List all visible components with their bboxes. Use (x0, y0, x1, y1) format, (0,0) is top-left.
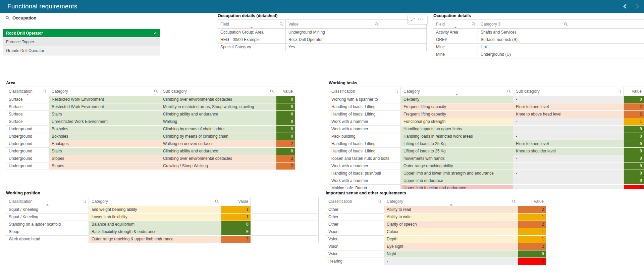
search-icon[interactable] (270, 89, 274, 93)
cell-classification[interactable]: Making safe: Baring (329, 185, 401, 189)
cell-classification[interactable]: Pack building (329, 133, 401, 140)
cell-sub-category[interactable]: Walking on uneven surfaces (160, 140, 276, 148)
cell-classification[interactable]: Work with a hammer (329, 118, 401, 126)
cell-category[interactable]: Balance and equilibrium (89, 221, 221, 228)
cell-sub-category[interactable]: - (513, 177, 624, 185)
cell-classification[interactable]: Handling of loads: push/pull (329, 170, 401, 177)
cell-value[interactable]: Yes (286, 44, 381, 51)
cell-category[interactable]: Haulages (49, 140, 160, 148)
cell-classification[interactable]: Vsion (326, 250, 384, 258)
cell-category[interactable]: Stopes (49, 162, 160, 170)
cell-classification[interactable]: Other (326, 206, 384, 214)
column-header-category[interactable]: Category (384, 197, 518, 206)
search-icon[interactable] (564, 22, 568, 26)
next-sheet-icon[interactable] (636, 4, 639, 9)
cell-sub-category[interactable]: Climbing ability and endurance (160, 148, 276, 155)
cell-classification[interactable]: Underground (6, 155, 49, 162)
cell-classification[interactable]: Work with a hammer (329, 177, 401, 185)
search-icon[interactable] (618, 89, 622, 93)
cell-category[interactable]: Lifitng of loads to 25 Kg (401, 148, 513, 155)
column-header-value[interactable]: Value (286, 20, 381, 29)
cell-sub-category[interactable]: Climbing by means of chain ladder (160, 126, 276, 133)
column-header-value[interactable]: Value (221, 197, 251, 206)
cell-category[interactable]: Handling impacts on upper limbs (401, 126, 513, 133)
cell-classification[interactable]: Underground (6, 140, 49, 148)
cell-sub-category[interactable]: - (513, 133, 624, 140)
cell-classification[interactable]: Squat / Kneeling (6, 214, 89, 221)
cell-category[interactable]: Stopes (49, 155, 160, 162)
cell-field[interactable]: Activity Area (433, 29, 478, 36)
cell-sub-category[interactable]: - (513, 155, 624, 162)
occupation-option-granite-drill-operator[interactable]: Granite Drill Operator (3, 46, 160, 55)
column-header-value[interactable]: Value (276, 87, 295, 96)
cell-classification[interactable]: Surface (6, 111, 49, 118)
cell-field[interactable]: Mine (433, 51, 478, 58)
column-header-category[interactable]: Category (89, 197, 221, 206)
cell-category[interactable]: Boxholes (49, 126, 160, 133)
search-icon[interactable] (154, 89, 158, 93)
column-header-classification[interactable]: Classification (6, 197, 89, 206)
cell-category[interactable]: Unrestricted Work Environment (49, 118, 160, 126)
cell-category[interactable]: Outer range reaching & upper limb endura… (89, 236, 221, 243)
search-icon[interactable] (279, 22, 283, 26)
cell-sub-category[interactable]: - (513, 162, 624, 170)
cell-category[interactable]: Upper limb endurance (401, 177, 513, 185)
cell-field[interactable]: Occupation Group: Area (218, 29, 286, 36)
cell-classification[interactable]: Underground (6, 162, 49, 170)
column-header-value[interactable]: Value (624, 87, 644, 96)
cell-classification[interactable]: Working with a spanner to (329, 96, 401, 103)
cell-category[interactable]: Clarity of speech (384, 221, 518, 228)
cell-classification[interactable]: Surface (6, 96, 49, 103)
cell-sub-category[interactable]: Knee to shoulder level (513, 148, 624, 155)
cell-classification[interactable]: Squat / Kneeling (6, 206, 89, 214)
cell-sub-category[interactable]: Climbing ability and endurance (160, 111, 276, 118)
cell-sub-category[interactable]: - (513, 170, 624, 177)
cell-category[interactable]: Dexterity (401, 96, 513, 103)
cell-classification[interactable]: Handling of loads: Lifting (329, 103, 401, 111)
expand-icon[interactable]: ⤢ (411, 17, 415, 21)
cell-sub-category[interactable]: Climbing over environmental obstacles (160, 96, 276, 103)
search-icon[interactable] (375, 22, 379, 26)
cell-classification[interactable]: Handling of loads: Lifting (329, 111, 401, 118)
column-header-category[interactable]: Category (401, 87, 513, 96)
cell-classification[interactable]: Surface (6, 118, 49, 126)
cell-category[interactable]: Functional grip strength (401, 118, 513, 126)
more-options-icon[interactable]: ••• (418, 17, 424, 21)
cell-classification[interactable]: Standing on a ladder scaffold (6, 221, 89, 228)
cell-category[interactable]: Frequent lifting capacity (401, 103, 513, 111)
cell-value[interactable]: Rock Drill Operator (286, 36, 381, 44)
column-header-classification[interactable]: Classification (6, 87, 49, 96)
cell-category[interactable]: Restricted Work Environment (49, 96, 160, 103)
cell-classification[interactable]: Work with a hammer (329, 126, 401, 133)
column-header-value[interactable]: Value (518, 197, 546, 206)
cell-classification[interactable]: Other (326, 221, 384, 228)
cell-category[interactable]: Stairs (49, 111, 160, 118)
cell-category-3[interactable]: Hot (478, 44, 570, 51)
column-header-sub-category[interactable]: Sub category (513, 87, 624, 96)
search-icon[interactable] (472, 22, 476, 26)
column-header-category[interactable]: Category (49, 87, 160, 96)
cell-category[interactable]: Colour (384, 228, 518, 236)
search-icon[interactable] (378, 199, 382, 203)
cell-classification[interactable]: Work with a hammer (329, 162, 401, 170)
column-header-classification[interactable]: Classification (326, 197, 384, 206)
cell-classification[interactable]: Work above head (6, 236, 89, 243)
search-icon[interactable] (43, 89, 47, 93)
cell-category[interactable]: Stairs (49, 148, 160, 155)
cell-category[interactable]: Lifitng of loads to 25 Kg (401, 140, 513, 148)
cell-category-3[interactable]: Surface, non-risk (S) (478, 36, 570, 44)
cell-classification[interactable]: Underground (6, 133, 49, 140)
cell-sub-category[interactable]: - (513, 185, 624, 189)
cell-classification[interactable]: Other (326, 214, 384, 221)
cell-category[interactable]: movements with hands (401, 155, 513, 162)
cell-field[interactable]: OREP (433, 36, 478, 44)
cell-category-3[interactable]: Shafts and Services (478, 29, 570, 36)
cell-category[interactable]: Outer range reaching ability (401, 162, 513, 170)
cell-sub-category[interactable]: Crawling / Stoop Walking (160, 162, 276, 170)
cell-sub-category[interactable]: Walking (160, 118, 276, 126)
cell-category[interactable]: Upper limb function and endurance (401, 185, 513, 189)
search-icon[interactable] (512, 199, 516, 203)
previous-sheet-icon[interactable] (623, 4, 627, 9)
cell-category[interactable]: Handling loads in restricted work areas (401, 133, 513, 140)
cell-category[interactable]: Night (384, 250, 518, 258)
